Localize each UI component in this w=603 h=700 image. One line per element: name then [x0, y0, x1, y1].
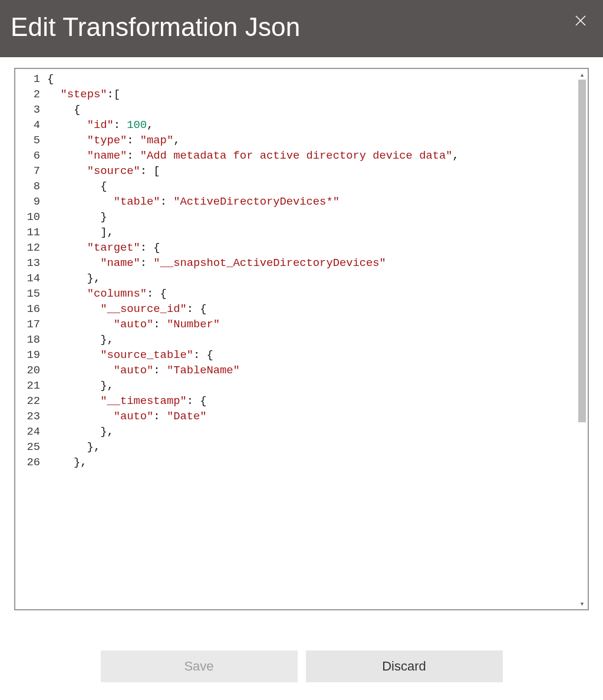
scroll-track[interactable] — [578, 80, 586, 599]
line-number: 17 — [15, 317, 44, 332]
code-line: "name": "Add metadata for active directo… — [47, 148, 588, 163]
dialog-header: Edit Transformation Json — [0, 0, 603, 57]
close-button[interactable] — [572, 14, 589, 30]
code-line: "auto": "TableName" — [47, 363, 588, 378]
json-editor[interactable]: 1234567891011121314151617181920212223242… — [14, 68, 589, 610]
editor-inner: 1234567891011121314151617181920212223242… — [15, 69, 588, 609]
code-line: } — [47, 209, 588, 225]
code-line: "auto": "Number" — [47, 317, 588, 332]
scroll-down-arrow-icon[interactable]: ▾ — [577, 599, 587, 609]
close-icon — [575, 15, 586, 29]
code-line: "__source_id": { — [47, 301, 588, 317]
code-line: "steps":[ — [47, 87, 588, 102]
code-line: "columns": { — [47, 286, 588, 301]
code-line: "name": "__snapshot_ActiveDirectoryDevic… — [47, 255, 588, 271]
code-area[interactable]: { "steps":[ { "id": 100, "type": "map", … — [44, 69, 588, 609]
line-number: 9 — [15, 194, 44, 209]
line-number: 10 — [15, 209, 44, 225]
code-line: "id": 100, — [47, 117, 588, 133]
line-number: 18 — [15, 332, 44, 347]
code-line: }, — [47, 424, 588, 439]
code-line: "table": "ActiveDirectoryDevices*" — [47, 194, 588, 209]
code-line: "source": [ — [47, 163, 588, 179]
code-line: "target": { — [47, 240, 588, 255]
line-number: 11 — [15, 225, 44, 240]
code-line: }, — [47, 439, 588, 455]
scroll-thumb[interactable] — [578, 80, 586, 422]
vertical-scrollbar[interactable]: ▴ ▾ — [577, 70, 587, 609]
dialog-body: 1234567891011121314151617181920212223242… — [0, 57, 603, 615]
line-number: 6 — [15, 148, 44, 163]
line-number: 26 — [15, 455, 44, 470]
code-line: { — [47, 71, 588, 87]
code-line: "auto": "Date" — [47, 409, 588, 424]
edit-transformation-dialog: Edit Transformation Json 123456789101112… — [0, 0, 603, 700]
line-number: 24 — [15, 424, 44, 439]
line-number: 7 — [15, 163, 44, 179]
save-button[interactable]: Save — [101, 650, 298, 682]
code-line: "type": "map", — [47, 133, 588, 148]
code-line: }, — [47, 378, 588, 393]
code-line: ], — [47, 225, 588, 240]
line-number: 3 — [15, 102, 44, 117]
line-number: 1 — [15, 71, 44, 87]
line-number: 20 — [15, 363, 44, 378]
code-line: "source_table": { — [47, 347, 588, 363]
line-number: 19 — [15, 347, 44, 363]
code-line: { — [47, 102, 588, 117]
line-number: 21 — [15, 378, 44, 393]
line-number: 2 — [15, 87, 44, 102]
code-line: { — [47, 179, 588, 194]
line-number: 4 — [15, 117, 44, 133]
line-number: 25 — [15, 439, 44, 455]
code-line: }, — [47, 455, 588, 470]
code-line: }, — [47, 332, 588, 347]
dialog-footer: Save Discard — [0, 615, 603, 700]
dialog-title: Edit Transformation Json — [11, 12, 300, 42]
line-number: 15 — [15, 286, 44, 301]
line-number: 13 — [15, 255, 44, 271]
line-number: 8 — [15, 179, 44, 194]
line-number: 23 — [15, 409, 44, 424]
line-number: 16 — [15, 301, 44, 317]
code-line: }, — [47, 271, 588, 286]
scroll-up-arrow-icon[interactable]: ▴ — [577, 70, 587, 80]
discard-button[interactable]: Discard — [306, 650, 503, 682]
code-line: "__timestamp": { — [47, 393, 588, 409]
line-number: 14 — [15, 271, 44, 286]
line-number: 12 — [15, 240, 44, 255]
line-number: 5 — [15, 133, 44, 148]
line-number: 22 — [15, 393, 44, 409]
line-number-gutter: 1234567891011121314151617181920212223242… — [15, 69, 44, 609]
